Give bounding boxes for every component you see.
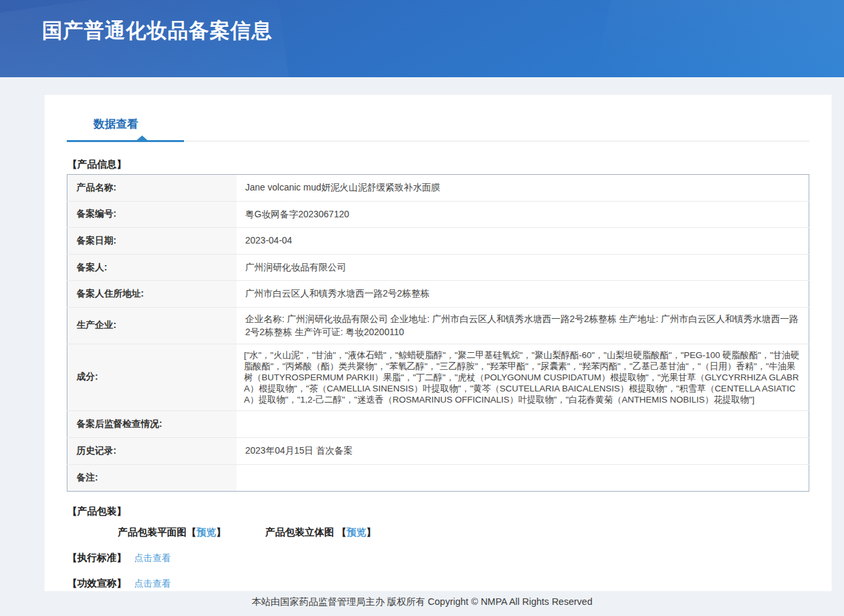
row-label: 产品名称: — [67, 175, 236, 202]
page-body: 数据查看 【产品信息】 产品名称:Jane volcanic mud妍泥火山泥舒… — [0, 77, 844, 616]
page-title: 国产普通化妆品备案信息 — [42, 17, 272, 45]
row-value: 粤G妆网备字2023067120 — [236, 201, 809, 228]
table-row-record-date: 备案日期:2023-04-04 — [67, 228, 809, 255]
table-row-registrant: 备案人:广州润研化妆品有限公司 — [67, 254, 809, 281]
package-stereo-item: 产品包装立体图 【预览】 — [265, 526, 376, 537]
table-row-manufacturer: 生产企业:企业名称: 广州润研化妆品有限公司 企业地址: 广州市白云区人和镇秀水… — [67, 307, 809, 344]
bracket-open: 【 — [187, 526, 196, 537]
efficacy-view-link[interactable]: 点击查看 — [134, 578, 171, 589]
row-value: Jane volcanic mud妍泥火山泥舒缓紧致补水面膜 — [236, 175, 809, 202]
section-product-info: 【产品信息】 — [67, 158, 809, 171]
row-label: 备注: — [67, 464, 236, 491]
tab-active-underline — [67, 140, 184, 142]
tab-bar: 数据查看 — [67, 95, 809, 141]
table-row-remarks: 备注: — [67, 464, 809, 491]
standard-row: 【执行标准】点击查看 — [67, 552, 809, 564]
tab-caret-icon — [137, 136, 147, 140]
product-table-body: 产品名称:Jane volcanic mud妍泥火山泥舒缓紧致补水面膜备案编号:… — [67, 175, 809, 492]
tab-data-view[interactable]: 数据查看 — [94, 117, 138, 132]
row-value: 广州市白云区人和镇秀水塘西一路2号2栋整栋 — [236, 281, 809, 308]
section-standard: 【执行标准】 — [67, 552, 126, 563]
row-value: 2023年04月15日 首次备案 — [236, 438, 809, 465]
row-label: 备案后监督检查情况: — [67, 411, 236, 438]
row-label: 历史记录: — [67, 438, 236, 465]
bracket-close: 】 — [366, 526, 376, 537]
row-value: 2023-04-04 — [236, 228, 809, 255]
row-label: 备案日期: — [67, 228, 236, 255]
bracket-open: 【 — [337, 526, 346, 537]
package-flat-preview-link[interactable]: 预览 — [196, 526, 216, 537]
page-footer: 本站由国家药品监督管理局主办 版权所有 Copyright © NMPA All… — [0, 591, 844, 616]
section-product-package: 【产品包装】 — [67, 505, 809, 518]
row-label: 备案编号: — [67, 201, 236, 228]
package-stereo-label: 产品包装立体图 — [265, 526, 337, 537]
row-value: 企业名称: 广州润研化妆品有限公司 企业地址: 广州市白云区人和镇秀水塘西一路2… — [236, 307, 809, 344]
section-efficacy: 【功效宣称】 — [67, 577, 126, 589]
row-value — [236, 464, 809, 491]
package-flat-item: 产品包装平面图【预览】 — [118, 526, 226, 537]
row-label: 备案人: — [67, 254, 236, 281]
product-info-table: 产品名称:Jane volcanic mud妍泥火山泥舒缓紧致补水面膜备案编号:… — [67, 174, 809, 492]
row-value: 广州润研化妆品有限公司 — [236, 254, 809, 281]
row-value: ["水"，"火山泥"，"甘油"，"液体石蜡"，"鲸蜡硬脂醇"，"聚二甲基硅氧烷"… — [236, 344, 809, 411]
table-row-record-number: 备案编号:粤G妆网备字2023067120 — [67, 201, 809, 228]
footer-copyright: 本站由国家药品监督管理局主办 版权所有 Copyright © NMPA All… — [251, 596, 592, 608]
package-stereo-preview-link[interactable]: 预览 — [346, 526, 366, 537]
table-row-supervision: 备案后监督检查情况: — [67, 411, 809, 438]
page-banner: 国产普通化妆品备案信息 — [0, 0, 844, 77]
content-card: 数据查看 【产品信息】 产品名称:Jane volcanic mud妍泥火山泥舒… — [45, 95, 832, 591]
row-label: 备案人住所地址: — [67, 281, 236, 308]
package-row: 产品包装平面图【预览】 产品包装立体图 【预览】 — [118, 526, 809, 539]
table-row-registrant-address: 备案人住所地址:广州市白云区人和镇秀水塘西一路2号2栋整栋 — [67, 281, 809, 308]
package-flat-label: 产品包装平面图 — [118, 526, 187, 537]
card-content: 【产品信息】 产品名称:Jane volcanic mud妍泥火山泥舒缓紧致补水… — [45, 158, 832, 590]
standard-view-link[interactable]: 点击查看 — [134, 553, 171, 563]
bracket-close: 】 — [216, 526, 226, 537]
row-label: 生产企业: — [67, 307, 236, 344]
table-row-ingredients: 成分:["水"，"火山泥"，"甘油"，"液体石蜡"，"鲸蜡硬脂醇"，"聚二甲基硅… — [67, 344, 809, 411]
row-value — [236, 411, 809, 438]
table-row-history: 历史记录:2023年04月15日 首次备案 — [67, 438, 809, 465]
efficacy-row: 【功效宣称】点击查看 — [67, 577, 809, 590]
row-label: 成分: — [67, 344, 236, 411]
table-row-product-name: 产品名称:Jane volcanic mud妍泥火山泥舒缓紧致补水面膜 — [67, 175, 809, 202]
